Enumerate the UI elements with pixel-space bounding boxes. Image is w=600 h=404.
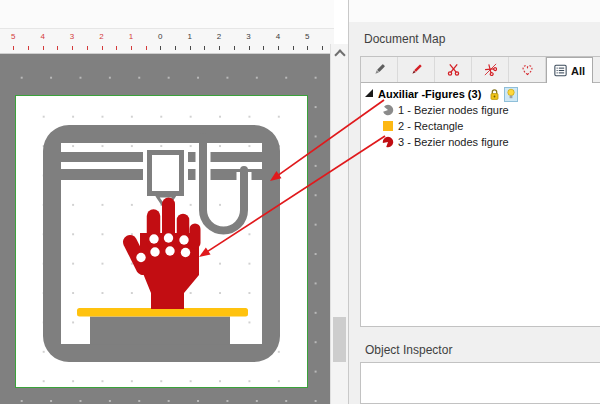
- tree-item-3[interactable]: 3 - Bezier nodes figure: [361, 134, 600, 150]
- object-inspector-title: Object Inspector: [349, 333, 600, 362]
- tab-all[interactable]: All: [546, 57, 593, 83]
- list-icon: [554, 64, 567, 77]
- figures-tree: Auxiliar -Figures (3): [361, 83, 600, 326]
- tree-item-2[interactable]: 2 - Rectangle: [361, 118, 600, 134]
- ruler-label: 5: [11, 32, 15, 42]
- app-window: 54321012345: [0, 0, 600, 404]
- tree-item-1[interactable]: 1 - Bezier nodes figure: [361, 102, 600, 118]
- scroll-up-button[interactable]: [332, 46, 347, 61]
- expander-icon[interactable]: [365, 89, 373, 97]
- document-map-tabbar: All: [361, 57, 600, 83]
- document-map-panel: All Auxiliar -Figures (3): [360, 56, 600, 327]
- tab-draw[interactable]: [361, 57, 398, 82]
- ruler-label: 5: [305, 32, 309, 42]
- scrollbar-thumb[interactable]: [333, 317, 346, 362]
- pie-shape-icon: [382, 136, 394, 148]
- canvas-pane: 54321012345: [0, 0, 348, 404]
- document-page[interactable]: [15, 95, 308, 388]
- dock-pane: Document Map: [348, 0, 600, 404]
- cut-path-icon: [484, 63, 497, 76]
- ruler-label: 1: [129, 32, 133, 42]
- bezier-figure-hand[interactable]: [130, 204, 199, 309]
- ruler-label: 1: [187, 32, 191, 42]
- tree-item-label: 1 - Bezier nodes figure: [398, 104, 509, 116]
- tree-root-row[interactable]: Auxiliar -Figures (3): [361, 86, 600, 102]
- tab-cut[interactable]: [435, 57, 472, 82]
- object-inspector-panel: [360, 362, 600, 404]
- pencil-icon: [373, 63, 386, 76]
- square-icon: [382, 120, 394, 132]
- scissors-icon: [447, 63, 460, 76]
- red-pencil-icon: [410, 63, 423, 76]
- dock-top-strip: [349, 0, 600, 22]
- document-map-title: Document Map: [349, 22, 600, 56]
- ruler-label: 3: [70, 32, 74, 42]
- ruler-label: 0: [158, 32, 162, 42]
- lock-toggle[interactable]: [489, 88, 500, 101]
- visibility-toggle[interactable]: [504, 87, 518, 102]
- dotted-heart-icon: [521, 63, 534, 76]
- tab-edit[interactable]: [398, 57, 435, 82]
- ruler-label: 2: [217, 32, 221, 42]
- tree-item-label: 3 - Bezier nodes figure: [398, 136, 509, 148]
- ruler-label: 3: [246, 32, 250, 42]
- tab-favorites[interactable]: [509, 57, 546, 82]
- pie-shape-icon: [382, 104, 394, 116]
- bulb-icon: [506, 88, 516, 100]
- ruler-label: 4: [40, 32, 44, 42]
- tree-item-label: 2 - Rectangle: [398, 120, 463, 132]
- toolbar-empty-strip: [0, 0, 334, 29]
- lock-icon: [489, 88, 500, 101]
- chevron-up-icon: [334, 49, 345, 60]
- rectangle-figure-print-bed[interactable]: [77, 308, 248, 317]
- tab-trim[interactable]: [472, 57, 509, 82]
- tab-all-label: All: [571, 65, 585, 77]
- horizontal-ruler: 54321012345: [0, 29, 334, 54]
- printer-illustration: [43, 125, 280, 362]
- ruler-label: 4: [276, 32, 280, 42]
- vertical-scrollbar[interactable]: [330, 44, 349, 404]
- drawing-canvas[interactable]: [0, 54, 330, 404]
- tree-root-label: Auxiliar -Figures (3): [378, 88, 481, 100]
- ruler-label: 2: [99, 32, 103, 42]
